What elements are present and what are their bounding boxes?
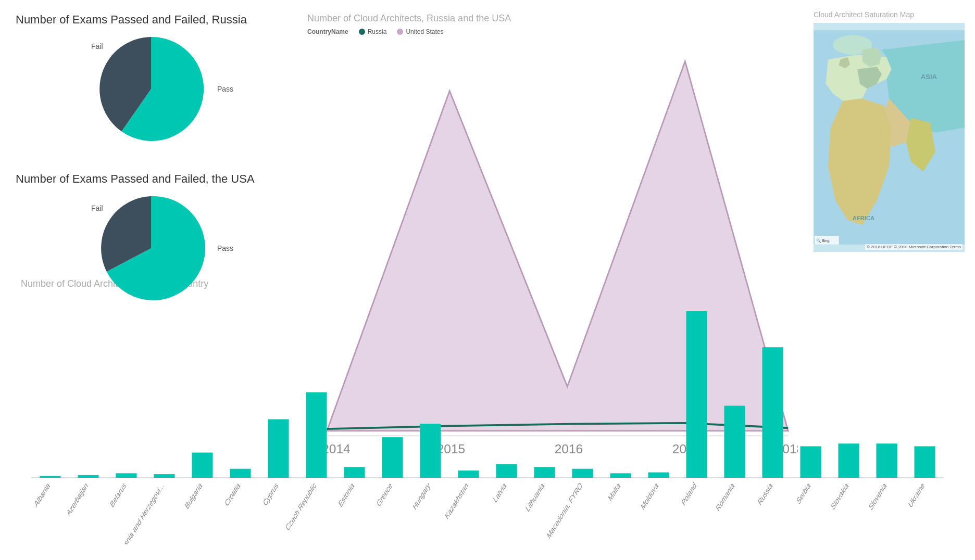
bar-bosnia-and-herzegovi---	[154, 474, 174, 478]
bar-estonia	[344, 467, 365, 478]
pass-label-russia: Pass	[217, 85, 233, 93]
bar-slovakia	[838, 443, 859, 478]
bar-label-10: Hungary	[411, 480, 431, 512]
russia-dot	[359, 29, 365, 35]
usa-pie-title: Number of Exams Passed and Failed, the U…	[16, 172, 286, 186]
bar-label-2: Belarus	[109, 480, 127, 510]
left-column: Number of Exams Passed and Failed, Russi…	[5, 5, 297, 271]
bar-latvia	[496, 464, 517, 478]
bars-group: AlbaniaAzerbaijanBelarusBosnia and Herze…	[33, 311, 935, 544]
africa-label: AFRICA	[853, 215, 874, 221]
bar-kazakhstan	[458, 470, 479, 478]
us-dot	[397, 29, 403, 35]
bar-belarus	[116, 473, 136, 478]
map-attribution: © 2018 HERE © 2018 Microsoft Corporation…	[865, 244, 963, 250]
legend-country-name-label: CountryName	[307, 28, 348, 35]
fail-label-russia: Fail	[91, 42, 103, 50]
bar-label-21: Slovakia	[830, 480, 849, 512]
bar-moldova	[648, 473, 669, 478]
bar-label-9: Greece	[376, 480, 393, 508]
bar-macedonia--fyro	[572, 469, 593, 478]
russia-pie-title: Number of Exams Passed and Failed, Russi…	[16, 13, 286, 27]
bar-chart-area: AlbaniaAzerbaijanBelarusBosnia and Herze…	[21, 295, 954, 544]
bar-poland	[686, 311, 707, 478]
asia-label: ASIA	[921, 73, 938, 81]
bar-ukraine	[915, 446, 935, 478]
bar-label-13: Lithuania	[524, 480, 545, 514]
bar-chart-section: Number of Cloud Architects per CEE Count…	[5, 271, 970, 555]
russia-legend-text: Russia	[368, 28, 387, 35]
bar-label-22: Slovenia	[868, 480, 888, 512]
bar-label-20: Serbia	[795, 480, 811, 506]
bar-label-4: Bulgaria	[184, 480, 203, 511]
bar-label-17: Poland	[681, 480, 698, 507]
map-title: Cloud Architect Saturation Map	[814, 10, 965, 19]
map-container: ASIA AFRICA 🔍 Bing © 2018 HERE © 2018 Mi…	[814, 23, 965, 252]
bar-label-15: Malta	[607, 480, 622, 503]
bar-label-11: Kazakhstan	[444, 480, 469, 521]
bar-label-16: Moldova	[640, 480, 659, 512]
bar-label-7: Czech Republic	[284, 480, 317, 533]
bar-bulgaria	[192, 453, 213, 478]
line-chart-title: Number of Cloud Architects, Russia and t…	[307, 13, 798, 24]
bar-label-8: Estonia	[338, 480, 356, 509]
bing-logo: 🔍 Bing	[816, 238, 830, 243]
bar-label-1: Azerbaijan	[66, 480, 89, 518]
bar-label-18: Romania	[715, 480, 736, 513]
bar-azerbaijan	[78, 475, 98, 478]
bar-malta	[610, 473, 631, 478]
legend-russia: Russia	[359, 28, 387, 35]
pass-label-usa: Pass	[217, 244, 233, 252]
bar-lithuania	[534, 467, 555, 478]
bar-label-19: Russia	[757, 480, 774, 507]
bar-label-6: Cyprus	[262, 480, 279, 508]
bar-label-5: Croatia	[224, 480, 242, 508]
bar-label-0: Albania	[33, 480, 52, 509]
bar-greece	[382, 437, 403, 478]
map-svg: ASIA AFRICA 🔍 Bing	[814, 23, 965, 252]
bar-label-23: Ukraine	[907, 480, 926, 510]
line-chart-section: Number of Cloud Architects, Russia and t…	[297, 5, 808, 271]
map-section: Cloud Architect Saturation Map	[808, 5, 970, 271]
fail-label-usa: Fail	[91, 204, 103, 212]
bar-hungary	[420, 424, 441, 478]
bar-cyprus	[268, 419, 289, 478]
legend-us: United States	[397, 28, 443, 35]
bar-czech-republic	[306, 392, 327, 478]
russia-pie-section: Number of Exams Passed and Failed, Russi…	[16, 13, 286, 151]
bar-romania	[724, 406, 745, 478]
us-legend-text: United States	[406, 28, 443, 35]
bar-label-12: Latvia	[492, 480, 508, 504]
bar-serbia	[800, 446, 821, 478]
bar-croatia	[230, 469, 251, 478]
bar-label-14: Macedonia, FYRO	[546, 480, 583, 541]
line-chart-legend: CountryName Russia United States	[307, 28, 798, 35]
bar-slovenia	[877, 443, 897, 478]
bar-russia	[762, 347, 783, 478]
bar-albania	[40, 476, 60, 478]
